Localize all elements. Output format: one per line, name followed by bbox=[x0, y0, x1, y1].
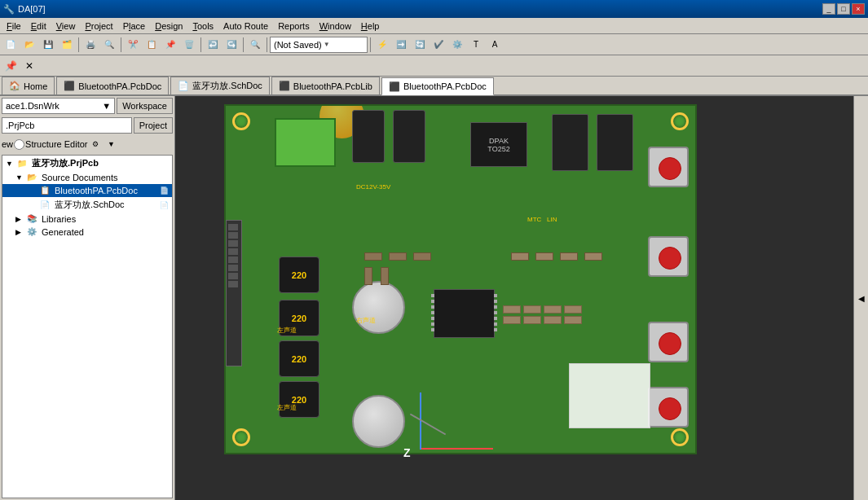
ic-center bbox=[434, 289, 495, 338]
tree-root[interactable]: ▼ 📁 蓝牙功放.PrjPcb bbox=[2, 156, 172, 171]
interact-btn[interactable]: ⚡ bbox=[373, 36, 391, 54]
pcb-label-mtc: MTC LIN bbox=[527, 216, 557, 223]
menu-view[interactable]: View bbox=[51, 20, 81, 32]
paste-btn[interactable]: 📌 bbox=[161, 36, 179, 54]
menu-reports[interactable]: Reports bbox=[273, 20, 315, 32]
tab-home[interactable]: 🏠 Home bbox=[2, 77, 55, 94]
workspace-dropdown[interactable]: ace1.DsnWrk ▼ bbox=[2, 98, 115, 114]
view-label: ew bbox=[2, 139, 13, 149]
smd-2 bbox=[389, 252, 407, 261]
schdoc-badge: 📄 bbox=[160, 201, 169, 209]
pcb-label-left: 右声道 bbox=[356, 316, 376, 325]
panel-settings-btn[interactable]: ⚙ bbox=[88, 137, 103, 151]
structure-editor-label: Structure Editor bbox=[25, 139, 87, 149]
app-icon: 🔧 bbox=[3, 4, 15, 15]
menu-project[interactable]: Project bbox=[80, 20, 117, 32]
close-btn[interactable]: × bbox=[852, 3, 865, 15]
misc-btn[interactable]: A bbox=[486, 36, 504, 54]
tree-source-label: Source Documents bbox=[42, 173, 118, 182]
menu-autoroute[interactable]: Auto Route bbox=[218, 20, 273, 32]
maximize-btn[interactable]: □ bbox=[837, 3, 850, 15]
panel-header-project: Project bbox=[0, 116, 174, 135]
inductor-2-value: 220 bbox=[292, 314, 306, 323]
tree-pcbdoc[interactable]: 📋 BluetoothPA.PcbDoc 📄 bbox=[2, 184, 172, 197]
canvas-area[interactable]: DPAKTO252 bbox=[175, 96, 853, 500]
tree-schdoc[interactable]: 📄 蓝牙功放.SchDoc 📄 bbox=[2, 197, 172, 213]
inductor-1-value: 220 bbox=[292, 270, 306, 280]
source-icon: 📂 bbox=[27, 173, 38, 182]
drc-btn[interactable]: ✔️ bbox=[430, 36, 447, 54]
unsaved-label: (Not Saved) bbox=[274, 40, 322, 50]
lib-arrow: ▶ bbox=[15, 215, 24, 223]
inductor-4: 220 bbox=[279, 381, 319, 418]
transistor-2 bbox=[393, 110, 425, 163]
view-radio[interactable] bbox=[14, 139, 24, 150]
copy-btn[interactable]: 📋 bbox=[143, 36, 161, 54]
menu-tools[interactable]: Tools bbox=[187, 20, 218, 32]
root-arrow: ▼ bbox=[6, 160, 14, 168]
title-text: DA[07] bbox=[18, 4, 46, 14]
tab-bluetoothpa-pcblib[interactable]: ⬛ BluetoothPA.PcbLib bbox=[271, 77, 380, 94]
project-input[interactable] bbox=[2, 117, 132, 134]
save-all-btn[interactable]: 🗂️ bbox=[58, 36, 76, 54]
transistor-4 bbox=[597, 114, 633, 171]
transistor-1 bbox=[352, 110, 385, 163]
right-panel-collapse[interactable]: ◀ bbox=[853, 96, 868, 500]
cap-large-1 bbox=[352, 281, 405, 334]
menu-file[interactable]: File bbox=[2, 20, 26, 32]
tab-bluetooth-schdoc[interactable]: 📄 蓝牙功放.SchDoc bbox=[170, 77, 270, 94]
redo-btn[interactable]: ↪️ bbox=[223, 36, 240, 54]
autoroute-btn[interactable]: 🔄 bbox=[411, 36, 429, 54]
tree-libraries[interactable]: ▶ 📚 Libraries bbox=[2, 213, 172, 226]
collapse-arrow: ◀ bbox=[858, 294, 865, 303]
dpak-label: DPAKTO252 bbox=[487, 137, 509, 153]
toolbar-row2: 📌 ✕ bbox=[0, 55, 868, 77]
print-btn[interactable]: 🖨️ bbox=[82, 36, 99, 54]
print-preview-btn[interactable]: 🔍 bbox=[100, 36, 118, 54]
undo-btn[interactable]: ↩️ bbox=[204, 36, 222, 54]
delete-btn[interactable]: 🗑️ bbox=[180, 36, 198, 54]
sep3 bbox=[200, 37, 201, 52]
tab-bluetoothpa-pcbdoc1[interactable]: ⬛ BluetoothPA.PcbDoc bbox=[56, 77, 169, 94]
config-btn[interactable]: ⚙️ bbox=[448, 36, 466, 54]
menu-window[interactable]: Window bbox=[315, 20, 356, 32]
menu-edit[interactable]: Edit bbox=[26, 20, 51, 32]
mount-hole-bl bbox=[232, 428, 250, 446]
pcbdoc-icon: 📋 bbox=[40, 186, 51, 195]
tab-bluetoothpa-pcbdoc2[interactable]: ⬛ BluetoothPA.PcbDoc bbox=[381, 77, 494, 95]
smd-8 bbox=[560, 252, 578, 261]
text-btn[interactable]: T bbox=[467, 36, 485, 54]
menu-design[interactable]: Design bbox=[150, 20, 187, 32]
zoom-in-btn[interactable]: 🔍 bbox=[246, 36, 264, 54]
home-icon: 🏠 bbox=[9, 81, 20, 91]
pcbdoc2-icon: ⬛ bbox=[389, 81, 400, 91]
open-btn[interactable]: 📂 bbox=[20, 36, 38, 54]
minimize-btn[interactable]: _ bbox=[822, 3, 835, 15]
project-btn[interactable]: Project bbox=[134, 117, 173, 134]
menu-help[interactable]: Help bbox=[356, 20, 385, 32]
panel-close-btn[interactable]: ✕ bbox=[20, 57, 38, 75]
unsaved-dropdown[interactable]: (Not Saved) ▼ bbox=[270, 37, 368, 53]
tab-pcbdoc2-label: BluetoothPA.PcbDoc bbox=[403, 81, 487, 91]
new-btn[interactable]: 📄 bbox=[2, 36, 20, 54]
push-btn-2 bbox=[648, 236, 689, 277]
tab-pcblib-label: BluetoothPA.PcbLib bbox=[293, 81, 372, 91]
push-btn-3 bbox=[648, 322, 689, 362]
panel-pin-btn[interactable]: 📌 bbox=[2, 57, 20, 75]
route-btn[interactable]: ➡️ bbox=[392, 36, 410, 54]
menu-place[interactable]: Place bbox=[118, 20, 151, 32]
sep4 bbox=[243, 37, 244, 52]
cut-btn[interactable]: ✂️ bbox=[124, 36, 142, 54]
panel-view-btn[interactable]: ▼ bbox=[104, 137, 118, 151]
sep5 bbox=[267, 37, 267, 52]
project-tree: ▼ 📁 蓝牙功放.PrjPcb ▼ 📂 Source Documents 📋 B… bbox=[2, 155, 173, 498]
tree-generated[interactable]: ▶ ⚙️ Generated bbox=[2, 226, 172, 239]
inductor-3: 220 bbox=[279, 340, 319, 377]
axis-z-label: Z bbox=[403, 446, 411, 459]
mount-hole-tl bbox=[232, 112, 250, 130]
pcbdoc-badge: 📄 bbox=[160, 186, 169, 195]
save-btn[interactable]: 💾 bbox=[39, 36, 57, 54]
workspace-btn[interactable]: Workspace bbox=[117, 98, 173, 114]
tree-source-docs[interactable]: ▼ 📂 Source Documents bbox=[2, 171, 172, 184]
tree-lib-label: Libraries bbox=[42, 214, 76, 224]
